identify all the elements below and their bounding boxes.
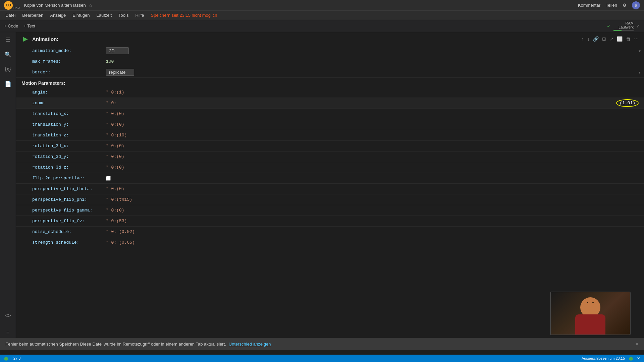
- eye-left: [587, 302, 588, 303]
- sidebar-menu-icon[interactable]: ☰: [3, 35, 13, 44]
- param-row-perspective-theta: perspective_flip_theta: " 0:(0): [16, 184, 644, 194]
- menu-hilfe[interactable]: Hilfe: [132, 12, 147, 18]
- sidebar-terminal-icon[interactable]: <>: [3, 311, 13, 320]
- document-title: Kopie von Mensch altern lassen: [24, 3, 86, 8]
- move-down-icon[interactable]: ↓: [587, 36, 590, 42]
- close-notification-icon[interactable]: ✕: [635, 342, 639, 347]
- copy-icon[interactable]: ⬜: [617, 36, 623, 42]
- share-btn[interactable]: Teilen: [606, 3, 617, 8]
- cell-toolbar: ↑ ↓ 🔗 ⊞ ↗ ⬜ 🗑 ⋯: [582, 36, 639, 42]
- param-row-max-frames: max_frames: 100: [16, 56, 644, 67]
- more-icon[interactable]: ⋯: [634, 36, 639, 42]
- motion-section-title: Motion Parameters:: [16, 78, 644, 87]
- param-row-strength-schedule: strength_schedule: " 0: (0.65): [16, 237, 644, 248]
- animation-mode-label: animation_mode:: [32, 48, 106, 53]
- notification-bar: Fehler beim automatischen Speichern Dies…: [0, 338, 644, 350]
- menu-einfuegen[interactable]: Einfügen: [70, 12, 92, 18]
- comment-btn[interactable]: Kommentar: [578, 3, 600, 8]
- save-warning: Speichern seit 23:15 nicht möglich: [151, 13, 217, 18]
- param-row-perspective-phi: perspective_flip_phi: " 0:(t%15): [16, 194, 644, 205]
- ram-indicator: RAM Laufwerk: [613, 21, 634, 31]
- translation-y-label: translation_y:: [32, 122, 106, 127]
- border-dropdown-arrow: ▼: [638, 70, 641, 74]
- menu-laufzeit[interactable]: Laufzeit: [94, 12, 115, 18]
- app-logo: CO: [4, 1, 13, 10]
- param-row-border: border: replicate reflect zeros ▼: [16, 67, 644, 78]
- flip-2d-label: flip_2d_perspective:: [32, 176, 106, 181]
- cell-title: Animation:: [32, 36, 58, 42]
- translation-y-value: " 0:(0): [106, 122, 639, 127]
- sidebar-code-icon[interactable]: {x}: [3, 64, 13, 74]
- dropdown-arrow: ▼: [638, 49, 641, 53]
- max-frames-label: max_frames:: [32, 59, 106, 64]
- param-row-noise-schedule: noise_schedule: " 0: (0.02): [16, 227, 644, 237]
- expand-cell-icon[interactable]: ↗: [609, 36, 613, 42]
- param-row-rotation-3d-x: rotation_3d_x: " 0:(0): [16, 141, 644, 152]
- param-row-rotation-3d-z: rotation_3d_z: " 0:(0): [16, 162, 644, 173]
- delete-icon[interactable]: 🗑: [626, 36, 631, 42]
- border-select[interactable]: replicate reflect zeros: [106, 69, 134, 76]
- menu-bearbeiten[interactable]: Bearbeiten: [19, 12, 46, 18]
- status-bar: ⬤ 27 3 Ausgeschlossen um 23:15 ⬤ ✕: [0, 355, 644, 362]
- strength-schedule-label: strength_schedule:: [32, 240, 106, 245]
- settings-icon[interactable]: ⚙: [623, 3, 627, 8]
- star-icon[interactable]: ☆: [89, 3, 93, 8]
- content-area[interactable]: ▶ Animation: ↑ ↓ 🔗 ⊞ ↗ ⬜ 🗑 ⋯ animation_m…: [16, 32, 644, 338]
- perspective-gamma-value: " 0:(0): [106, 208, 639, 213]
- rotation-3d-y-label: rotation_3d_y:: [32, 154, 106, 159]
- title-bar-actions: Kommentar Teilen ⚙ a: [578, 1, 640, 9]
- grid-icon[interactable]: ⊞: [602, 36, 606, 42]
- max-frames-value: 100: [106, 59, 639, 64]
- sidebar-file-icon[interactable]: 📄: [3, 79, 13, 88]
- rotation-3d-x-label: rotation_3d_x:: [32, 143, 106, 148]
- param-row-translation-y: translation_y: " 0:(0): [16, 119, 644, 130]
- status-text: Ausgeschlossen um 23:15: [582, 356, 625, 360]
- ram-bar: [613, 30, 634, 31]
- param-row-zoom: zoom: " 0: (1.01): [16, 98, 644, 109]
- param-row-translation-x: translation_x: " 0:(0): [16, 109, 644, 119]
- link-icon[interactable]: 🔗: [593, 36, 599, 42]
- param-row-animation-mode: animation_mode: 2D 3D Video ▼: [16, 46, 644, 56]
- border-label: border:: [32, 70, 106, 75]
- perspective-fv-value: " 0:(53): [106, 219, 639, 224]
- rotation-3d-x-value: " 0:(0): [106, 143, 639, 148]
- menu-datei[interactable]: Datei: [3, 12, 18, 18]
- sidebar-bottom-icon[interactable]: ≡: [3, 328, 13, 338]
- flip-2d-checkbox[interactable]: [106, 176, 111, 181]
- cursor-coords: 27 3: [13, 356, 20, 360]
- notification-link[interactable]: Unterschied anzeigen: [229, 342, 271, 347]
- sidebar-search-icon[interactable]: 🔍: [3, 50, 13, 59]
- translation-z-label: translation_z:: [32, 133, 106, 138]
- menu-tools[interactable]: Tools: [116, 12, 131, 18]
- translation-x-label: translation_x:: [32, 111, 106, 116]
- status-right: Ausgeschlossen um 23:15 ⬤ ✕: [582, 356, 640, 361]
- toolbar: + Code + Text ✓ RAM Laufwerk ⤢: [0, 20, 644, 32]
- perspective-theta-label: perspective_flip_theta:: [32, 186, 106, 191]
- param-row-rotation-3d-y: rotation_3d_y: " 0:(0): [16, 152, 644, 162]
- connection-icon: ⬤: [4, 356, 8, 361]
- add-code-btn[interactable]: + Code: [4, 23, 18, 28]
- webcam-overlay: [550, 292, 631, 335]
- menu-bar: Datei Bearbeiten Anzeige Einfügen Laufze…: [0, 11, 644, 20]
- noise-schedule-value: " 0: (0.02): [106, 229, 639, 234]
- move-up-icon[interactable]: ↑: [582, 36, 584, 42]
- angle-label: angle:: [32, 90, 106, 95]
- perspective-fv-label: perspective_flip_fv:: [32, 219, 106, 224]
- dismiss-icon[interactable]: ✕: [637, 356, 640, 361]
- param-row-angle: angle: " 0:(1): [16, 87, 644, 98]
- main-layout: ☰ 🔍 {x} 📄 <> ≡ ▶ Animation: ↑ ↓ 🔗 ⊞ ↗ ⬜ …: [0, 32, 644, 338]
- run-button[interactable]: ▶: [21, 35, 30, 43]
- animation-mode-select[interactable]: 2D 3D Video: [106, 47, 129, 54]
- expand-icon[interactable]: ⤢: [636, 23, 640, 28]
- angle-value: " 0:(1): [106, 90, 639, 95]
- avatar[interactable]: a: [632, 1, 640, 9]
- rotation-3d-z-value: " 0:(0): [106, 165, 639, 170]
- status-dot: ⬤: [629, 356, 633, 361]
- menu-anzeige[interactable]: Anzeige: [47, 12, 68, 18]
- cell-header: ▶ Animation: ↑ ↓ 🔗 ⊞ ↗ ⬜ 🗑 ⋯: [16, 32, 644, 46]
- zoom-label: zoom:: [32, 101, 106, 106]
- left-sidebar: ☰ 🔍 {x} 📄 <> ≡: [0, 32, 16, 338]
- check-icon: ✓: [607, 23, 611, 29]
- add-text-btn[interactable]: + Text: [23, 23, 35, 28]
- strength-schedule-value: " 0: (0.65): [106, 240, 639, 245]
